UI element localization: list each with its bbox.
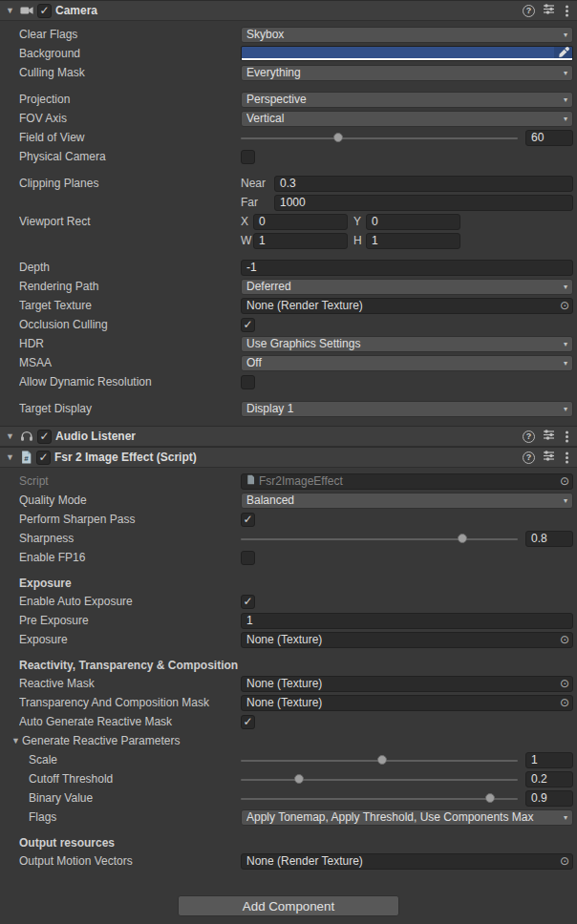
output-section-title: Output resources (0, 834, 577, 851)
viewport-y-input[interactable]: 0 (366, 214, 460, 230)
audio-listener-presets-icon[interactable] (543, 429, 555, 444)
object-picker-icon[interactable]: ⊙ (557, 854, 572, 868)
reactive-mask-field[interactable]: None (Texture)⊙ (241, 676, 573, 692)
culling-mask-dropdown[interactable]: Everything▾ (241, 65, 573, 81)
near-label: Near (241, 177, 274, 190)
output-motion-vectors-label: Output Motion Vectors (19, 854, 241, 868)
fsr2-menu-icon[interactable] (566, 456, 568, 459)
audio-listener-title: Audio Listener (55, 430, 519, 443)
fsr2-component-header[interactable]: ▼ # ✓ Fsr 2 Image Effect (Script) ? (0, 447, 577, 468)
audio-listener-enabled-checkbox[interactable]: ✓ (37, 430, 52, 444)
transparency-mask-label: Transparency And Composition Mask (19, 696, 241, 709)
msaa-dropdown[interactable]: Off▾ (241, 355, 573, 371)
fov-axis-dropdown[interactable]: Vertical▾ (241, 111, 573, 127)
allow-dynamic-resolution-label: Allow Dynamic Resolution (19, 375, 241, 388)
row-quality-mode: Quality Mode Balanced▾ (0, 491, 577, 510)
binary-value-slider[interactable] (241, 790, 518, 807)
flags-dropdown[interactable]: Apply Tonemap, Apply Threshold, Use Comp… (241, 809, 573, 826)
object-picker-icon[interactable]: ⊙ (557, 696, 572, 709)
x-label: X (241, 215, 253, 228)
camera-enabled-checkbox[interactable]: ✓ (37, 4, 52, 18)
perform-sharpen-pass-checkbox[interactable]: ✓ (241, 513, 255, 527)
slider-handle[interactable] (294, 774, 304, 784)
clipping-planes-label: Clipping Planes (19, 177, 241, 190)
generate-reactive-parameters-foldout-icon[interactable]: ▼ (10, 736, 22, 746)
camera-foldout-icon[interactable]: ▼ (4, 6, 16, 15)
audio-listener-component-header[interactable]: ▼ ✓ Audio Listener ? (0, 426, 577, 447)
field-of-view-slider[interactable] (241, 130, 518, 146)
viewport-rect-label: Viewport Rect (19, 215, 241, 228)
sharpness-slider[interactable] (241, 531, 518, 547)
allow-dynamic-resolution-checkbox[interactable] (241, 375, 255, 389)
add-component-button[interactable]: Add Component (178, 895, 399, 916)
flags-label: Flags (29, 810, 241, 824)
object-picker-icon[interactable]: ⊙ (557, 633, 572, 646)
enable-auto-exposure-checkbox[interactable]: ✓ (241, 595, 255, 609)
exposure-label: Exposure (19, 633, 241, 646)
viewport-h-input[interactable]: 1 (366, 233, 460, 249)
target-texture-field[interactable]: None (Render Texture)⊙ (241, 298, 573, 314)
quality-mode-label: Quality Mode (19, 494, 241, 507)
object-picker-icon[interactable]: ⊙ (557, 299, 572, 312)
scale-label: Scale (29, 753, 241, 766)
rendering-path-label: Rendering Path (19, 280, 241, 293)
enable-fp16-label: Enable FP16 (19, 551, 241, 564)
fov-axis-label: FOV Axis (19, 112, 241, 125)
fsr2-enabled-checkbox[interactable]: ✓ (36, 451, 51, 465)
transparency-mask-field[interactable]: None (Texture)⊙ (241, 695, 573, 711)
output-motion-vectors-field[interactable]: None (Render Texture)⊙ (241, 853, 573, 870)
near-input[interactable]: 0.3 (274, 176, 573, 192)
quality-mode-dropdown[interactable]: Balanced▾ (241, 493, 573, 509)
culling-mask-label: Culling Mask (19, 66, 241, 79)
background-color-field[interactable] (241, 46, 573, 61)
camera-presets-icon[interactable] (543, 3, 555, 18)
physical-camera-checkbox[interactable] (241, 150, 255, 164)
fsr2-presets-icon[interactable] (543, 450, 555, 465)
field-of-view-input[interactable]: 60 (525, 130, 573, 146)
slider-handle[interactable] (458, 534, 467, 543)
slider-handle[interactable] (333, 133, 343, 142)
sharpness-input[interactable]: 0.8 (525, 531, 573, 547)
eyedropper-icon[interactable] (554, 47, 572, 58)
slider-handle[interactable] (377, 755, 387, 765)
row-occlusion-culling: Occlusion Culling ✓ (0, 315, 577, 334)
script-label: Script (19, 474, 241, 488)
camera-body: Clear Flags Skybox▾ Background Culling M… (0, 21, 577, 426)
viewport-w-input[interactable]: 1 (253, 233, 348, 249)
row-exposure: Exposure None (Texture)⊙ (0, 630, 577, 649)
cutoff-threshold-slider[interactable] (241, 771, 518, 788)
rendering-path-dropdown[interactable]: Deferred▾ (241, 279, 573, 295)
camera-component-header[interactable]: ▼ ✓ Camera ? (0, 0, 577, 21)
chevron-down-icon: ▾ (564, 340, 567, 348)
row-generate-reactive-parameters[interactable]: ▼ Generate Reactive Parameters (0, 731, 577, 750)
cutoff-threshold-input[interactable]: 0.2 (525, 771, 573, 788)
exposure-field[interactable]: None (Texture)⊙ (241, 632, 573, 648)
audio-listener-help-icon[interactable]: ? (523, 430, 535, 443)
object-picker-icon[interactable]: ⊙ (557, 677, 572, 690)
camera-help-icon[interactable]: ? (523, 5, 535, 17)
scale-input[interactable]: 1 (525, 752, 573, 768)
binary-value-input[interactable]: 0.9 (525, 790, 573, 807)
fsr2-foldout-icon[interactable]: ▼ (4, 452, 16, 462)
fsr2-help-icon[interactable]: ? (523, 452, 535, 464)
far-label: Far (241, 196, 274, 209)
row-field-of-view: Field of View 60 (0, 128, 577, 147)
auto-generate-reactive-mask-checkbox[interactable]: ✓ (241, 715, 255, 729)
occlusion-culling-checkbox[interactable]: ✓ (241, 318, 255, 332)
depth-input[interactable]: -1 (241, 260, 573, 276)
hdr-dropdown[interactable]: Use Graphics Settings▾ (241, 336, 573, 352)
enable-fp16-checkbox[interactable] (241, 551, 255, 565)
far-input[interactable]: 1000 (274, 195, 573, 211)
camera-menu-icon[interactable] (566, 10, 568, 12)
target-display-dropdown[interactable]: Display 1▾ (241, 401, 573, 417)
viewport-x-input[interactable]: 0 (253, 214, 348, 230)
row-perform-sharpen-pass: Perform Sharpen Pass ✓ (0, 510, 577, 529)
object-picker-icon[interactable]: ⊙ (557, 474, 572, 488)
audio-listener-menu-icon[interactable] (566, 435, 568, 438)
scale-slider[interactable] (241, 752, 518, 768)
pre-exposure-input[interactable]: 1 (241, 613, 573, 629)
slider-handle[interactable] (485, 793, 495, 803)
audio-listener-foldout-icon[interactable]: ▼ (4, 431, 16, 441)
clear-flags-dropdown[interactable]: Skybox▾ (241, 27, 573, 43)
projection-dropdown[interactable]: Perspective▾ (241, 92, 573, 108)
